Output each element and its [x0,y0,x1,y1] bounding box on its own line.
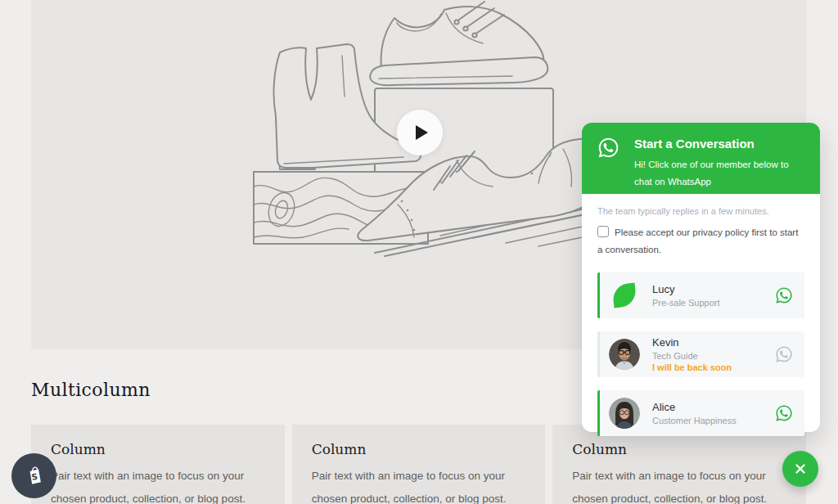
widget-title: Start a Conversation [634,137,807,151]
member-role: Customer Happiness [652,416,775,425]
column-body: Pair text with an image to focus on your… [51,465,265,504]
typing-note: The team typically replies in a few minu… [597,206,804,216]
multicolumn-grid: Column Pair text with an image to focus … [31,425,806,504]
whatsapp-icon [597,137,619,159]
column-card: Column Pair text with an image to focus … [552,425,806,504]
widget-header: Start a Conversation Hi! Click one of ou… [582,123,820,194]
column-heading: Column [572,441,786,457]
column-card: Column Pair text with an image to focus … [31,425,285,504]
member-role: Tech Guide [652,351,775,361]
chat-close-button[interactable] [782,451,818,487]
play-icon [416,125,428,140]
shopify-bag-icon: S [22,464,47,488]
member-info: Lucy Pre-sale Support [652,283,775,308]
whatsapp-icon [775,286,793,304]
whatsapp-icon [775,345,793,363]
member-list: Lucy Pre-sale Support [597,272,804,436]
video-play-button[interactable] [397,110,443,155]
member-name: Kevin [652,336,775,349]
column-body: Pair text with an image to focus on your… [572,465,786,504]
member-info: Kevin Tech Guide I will be back soon [652,336,775,372]
section-title: Multicolumn [31,380,151,400]
kevin-avatar [609,339,640,370]
column-heading: Column [312,441,526,457]
widget-body: The team typically replies in a few minu… [582,194,820,436]
alice-avatar [609,398,640,429]
whatsapp-icon [775,404,793,422]
lucy-avatar [609,280,640,311]
shopify-badge[interactable]: S [11,453,56,498]
whatsapp-chat-widget: Start a Conversation Hi! Click one of ou… [582,123,820,432]
column-body: Pair text with an image to focus on your… [312,465,526,504]
privacy-label: Please accept our privacy policy first t… [597,227,798,254]
member-status: I will be back soon [652,362,775,372]
privacy-checkbox[interactable] [597,226,609,237]
column-heading: Column [51,441,265,457]
member-role: Pre-sale Support [652,298,775,308]
member-name: Alice [652,401,775,413]
member-row-alice[interactable]: Alice Customer Happiness [597,390,804,436]
leaf-icon [612,282,638,308]
member-row-lucy[interactable]: Lucy Pre-sale Support [597,272,804,318]
widget-subtitle: Hi! Click one of our member below to cha… [634,156,806,190]
member-name: Lucy [652,283,775,295]
page: Multicolumn Column Pair text with an ima… [0,0,838,504]
close-icon [793,461,808,476]
column-card: Column Pair text with an image to focus … [292,425,546,504]
privacy-consent: Please accept our privacy policy first t… [597,224,804,259]
member-row-kevin[interactable]: Kevin Tech Guide I will be back soon [597,331,804,377]
member-info: Alice Customer Happiness [652,401,775,425]
